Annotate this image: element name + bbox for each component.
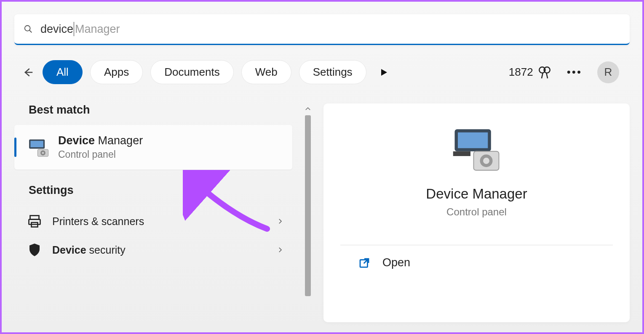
device-manager-icon: [27, 136, 50, 159]
filter-row: All Apps Documents Web Settings 1872 •••…: [14, 60, 630, 84]
back-button[interactable]: [21, 65, 35, 80]
svg-point-10: [42, 152, 44, 154]
shield-icon: [27, 242, 42, 257]
tab-label: Web: [255, 66, 278, 78]
chevron-right-icon: [276, 246, 284, 254]
detail-panel: Device Manager Control panel Open: [323, 103, 630, 322]
detail-subtitle: Control panel: [446, 206, 507, 218]
settings-item-printers[interactable]: Printers & scanners: [14, 207, 292, 236]
detail-title: Device Manager: [426, 186, 527, 202]
scrollbar[interactable]: [302, 103, 313, 322]
avatar-initial: R: [604, 66, 612, 79]
more-button[interactable]: •••: [559, 66, 590, 79]
svg-rect-19: [453, 151, 470, 156]
svg-line-1: [29, 30, 32, 33]
points-value: 1872: [509, 66, 533, 79]
search-autocomplete-text: Manager: [75, 23, 120, 36]
tab-label: Settings: [313, 66, 353, 78]
tab-label: Apps: [104, 66, 129, 78]
tab-all[interactable]: All: [43, 60, 83, 84]
svg-rect-12: [29, 220, 40, 225]
search-box[interactable]: device Manager: [14, 14, 630, 45]
open-external-icon: [358, 257, 371, 269]
medal-icon: [537, 65, 552, 80]
settings-item-label: Device security: [52, 244, 126, 256]
svg-rect-7: [30, 141, 43, 147]
result-title-bold: Device: [58, 134, 95, 147]
rewards-points[interactable]: 1872: [509, 65, 552, 80]
scrollbar-thumb[interactable]: [305, 115, 311, 296]
result-title-rest: Manager: [95, 134, 143, 147]
result-title: Device Manager: [58, 134, 143, 147]
text-cursor: [74, 22, 74, 36]
action-label: Open: [382, 256, 410, 269]
svg-marker-3: [381, 69, 387, 76]
svg-point-0: [25, 26, 30, 31]
settings-item-device-security[interactable]: Device security: [14, 236, 292, 264]
user-avatar[interactable]: R: [597, 61, 619, 83]
play-icon[interactable]: [377, 66, 390, 79]
tab-apps[interactable]: Apps: [90, 60, 143, 84]
tab-settings[interactable]: Settings: [299, 60, 366, 84]
settings-item-label: Printers & scanners: [52, 215, 144, 228]
best-match-result[interactable]: Device Manager Control panel: [14, 125, 292, 170]
svg-rect-15: [458, 133, 488, 148]
result-subtitle: Control panel: [58, 149, 143, 160]
tab-label: Documents: [164, 66, 220, 78]
tab-documents[interactable]: Documents: [150, 60, 234, 84]
chevron-right-icon: [276, 217, 284, 225]
tab-web[interactable]: Web: [241, 60, 291, 84]
svg-point-18: [483, 158, 489, 164]
printer-icon: [27, 214, 42, 229]
tab-label: All: [56, 66, 69, 78]
best-match-heading: Best match: [14, 103, 292, 125]
search-typed-text: device: [40, 23, 73, 36]
device-manager-large-icon: [452, 125, 502, 175]
search-icon: [24, 24, 33, 34]
scroll-up-button[interactable]: [302, 103, 313, 114]
results-column: Best match Device Manager Control panel …: [14, 103, 292, 322]
search-input[interactable]: device Manager: [40, 22, 120, 36]
settings-heading: Settings: [14, 184, 292, 205]
action-open[interactable]: Open: [340, 245, 613, 269]
